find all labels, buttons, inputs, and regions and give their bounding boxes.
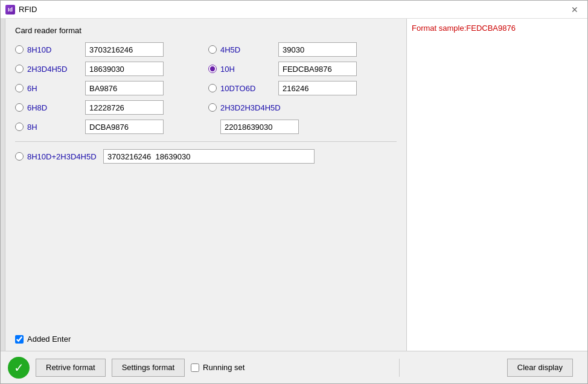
clear-display-button[interactable]: Clear display xyxy=(507,359,573,377)
format-item-2H3D4H5D: 2H3D4H5D xyxy=(15,62,203,76)
input-8H[interactable] xyxy=(85,120,164,134)
format-sample-text: Format sample:FEDCBA9876 xyxy=(412,24,516,33)
wide-input-container xyxy=(103,149,397,164)
retrieve-format-button[interactable]: Retrive format xyxy=(36,359,106,377)
format-row-4b: 8H xyxy=(15,120,397,134)
input-2H3D2H3D4H5D[interactable] xyxy=(220,120,299,134)
label-2H3D2H3D4H5D: 2H3D2H3D4H5D xyxy=(220,103,281,112)
input-8H10D[interactable] xyxy=(85,42,164,57)
settings-format-button[interactable]: Settings format xyxy=(112,359,185,377)
running-set-checkbox[interactable] xyxy=(191,363,199,372)
added-enter-row: Added Enter xyxy=(15,334,397,344)
format-item-8H10D: 8H10D xyxy=(15,42,203,57)
main-window: Id RFID ✕ Card reader format 8H10D xyxy=(0,0,588,384)
wide-row: 8H10D+2H3D4H5D xyxy=(15,149,397,164)
bottom-right: Clear display xyxy=(399,359,580,377)
main-content: Card reader format 8H10D 4H5D xyxy=(1,19,587,351)
radio-10DTO6D[interactable] xyxy=(208,84,217,92)
input-wide[interactable] xyxy=(103,149,315,164)
input-6H8D[interactable] xyxy=(85,100,164,115)
label-2H3D4H5D: 2H3D4H5D xyxy=(27,65,81,74)
input-2H3D4H5D[interactable] xyxy=(85,62,164,76)
window-title: RFID xyxy=(19,5,567,14)
left-tab xyxy=(1,19,5,351)
section-title: Card reader format xyxy=(15,26,397,35)
radio-6H8D[interactable] xyxy=(15,103,24,112)
running-set-label[interactable]: Running set xyxy=(203,363,244,372)
format-row-3: 6H 10DTO6D xyxy=(15,81,397,95)
radio-2H3D2H3D4H5D[interactable] xyxy=(208,103,217,112)
bottom-bar: ✓ Retrive format Settings format Running… xyxy=(1,351,587,383)
radio-8H[interactable] xyxy=(15,123,24,131)
formats-grid: 8H10D 4H5D 2H3D4H5D xyxy=(15,42,397,344)
display-area: Format sample:FEDCBA9876 xyxy=(407,19,587,351)
label-6H: 6H xyxy=(27,84,81,93)
label-10H: 10H xyxy=(220,65,275,74)
label-10DTO6D: 10DTO6D xyxy=(220,84,275,93)
format-item-10DTO6D: 10DTO6D xyxy=(208,81,397,95)
input-10DTO6D[interactable] xyxy=(278,81,357,95)
format-item-6H8D: 6H8D xyxy=(15,100,203,115)
format-item-8H: 8H xyxy=(15,120,203,134)
format-item-4H5D: 4H5D xyxy=(208,42,397,57)
left-panel: Card reader format 8H10D 4H5D xyxy=(5,19,406,351)
format-item-2H3D2H3D4H5D-val xyxy=(208,120,397,134)
separator xyxy=(15,141,397,142)
input-4H5D[interactable] xyxy=(278,42,357,57)
format-item-6H: 6H xyxy=(15,81,203,95)
format-item-2H3D2H3D4H5D: 2H3D2H3D4H5D xyxy=(208,103,397,112)
format-item-10H: 10H xyxy=(208,62,397,76)
label-4H5D: 4H5D xyxy=(220,45,275,54)
added-enter-checkbox[interactable] xyxy=(15,335,24,344)
app-icon: Id xyxy=(5,5,15,14)
added-enter-label[interactable]: Added Enter xyxy=(27,334,71,344)
running-set-row: Running set xyxy=(191,363,244,372)
close-button[interactable]: ✕ xyxy=(567,4,583,16)
format-row-1: 8H10D 4H5D xyxy=(15,42,397,57)
format-row-4: 6H8D 2H3D2H3D4H5D xyxy=(15,100,397,115)
right-panel: Format sample:FEDCBA9876 xyxy=(406,19,587,351)
radio-wide[interactable] xyxy=(15,152,24,161)
radio-10H[interactable] xyxy=(208,65,217,73)
label-8H: 8H xyxy=(27,123,81,132)
bottom-left: ✓ Retrive format Settings format Running… xyxy=(8,357,393,379)
input-6H[interactable] xyxy=(85,81,164,95)
radio-6H[interactable] xyxy=(15,84,24,92)
format-row-2: 2H3D4H5D 10H xyxy=(15,62,397,76)
radio-2H3D4H5D[interactable] xyxy=(15,65,24,73)
label-wide: 8H10D+2H3D4H5D xyxy=(27,152,100,161)
radio-8H10D[interactable] xyxy=(15,45,24,54)
titlebar: Id RFID ✕ xyxy=(1,1,587,19)
label-8H10D: 8H10D xyxy=(27,45,81,54)
label-6H8D: 6H8D xyxy=(27,103,81,112)
input-10H[interactable] xyxy=(278,62,357,76)
radio-4H5D[interactable] xyxy=(208,45,217,54)
status-check-icon: ✓ xyxy=(8,357,30,379)
